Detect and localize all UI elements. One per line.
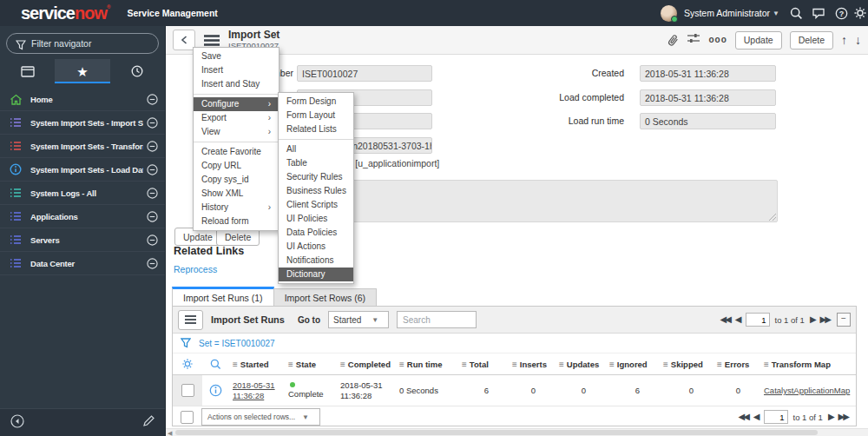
- menu-item-show-xml[interactable]: Show XML: [194, 187, 279, 201]
- row-transform-map-link[interactable]: CatalystApplicationMap: [760, 375, 856, 406]
- menu-item-create-favorite[interactable]: Create Favorite: [194, 145, 279, 159]
- breadcrumb-filter-text[interactable]: Set = ISET0010027: [199, 339, 275, 348]
- next-record-icon[interactable]: ↓: [855, 34, 861, 46]
- last-page-icon[interactable]: ▶▶: [820, 315, 830, 324]
- submenu-item-related-lists[interactable]: Related Lists: [279, 122, 353, 136]
- tab-favorites[interactable]: ★: [55, 59, 109, 83]
- sidebar-item-transform-maps[interactable]: System Import Sets - Transform...: [0, 135, 165, 158]
- created-field[interactable]: 2018-05-31 11:36:28: [640, 65, 776, 82]
- previous-record-icon[interactable]: ↑: [841, 34, 847, 46]
- column-header-transform-map[interactable]: ≡Transform Map: [760, 360, 856, 369]
- page-number-input[interactable]: [764, 410, 788, 424]
- submenu-item-all[interactable]: All: [279, 142, 353, 156]
- column-header-started[interactable]: ≡Started: [228, 360, 284, 369]
- row-info-icon[interactable]: [202, 375, 228, 406]
- sidebar-item-load-data[interactable]: System Import Sets - Load Data: [0, 158, 165, 182]
- row-started-link[interactable]: 2018-05-3111:36:28: [228, 375, 284, 406]
- submenu-item-dictionary[interactable]: Dictionary: [279, 268, 353, 281]
- global-search-icon[interactable]: [785, 7, 807, 20]
- remove-favorite-icon[interactable]: [147, 258, 158, 269]
- tab-import-set-runs[interactable]: Import Set Runs (1): [172, 287, 274, 307]
- next-page-icon[interactable]: ▶: [828, 413, 833, 421]
- menu-item-insert[interactable]: Insert: [194, 63, 279, 77]
- message-textarea[interactable]: [297, 180, 778, 222]
- user-menu-caret-icon[interactable]: ▼: [773, 10, 779, 17]
- menu-item-reload-form[interactable]: Reload form: [194, 215, 279, 228]
- sidebar-item-data-center[interactable]: Data Center: [0, 252, 165, 275]
- column-header-state[interactable]: ≡State: [284, 360, 336, 369]
- menu-item-copy-url[interactable]: Copy URL: [194, 159, 279, 173]
- remove-favorite-icon[interactable]: [147, 141, 158, 152]
- last-page-icon[interactable]: ▶▶: [838, 413, 848, 421]
- column-header-updates[interactable]: ≡Updates: [555, 360, 605, 369]
- submenu-item-business-rules[interactable]: Business Rules: [279, 184, 353, 198]
- number-field[interactable]: ISET0010027: [297, 65, 432, 82]
- column-header-total[interactable]: ≡Total: [457, 360, 508, 369]
- submenu-item-form-design[interactable]: Form Design: [279, 95, 353, 109]
- submenu-item-security-rules[interactable]: Security Rules: [279, 170, 353, 184]
- menu-item-view[interactable]: View›: [194, 125, 279, 139]
- minimize-list-icon[interactable]: −: [837, 313, 851, 327]
- collapse-navigator-icon[interactable]: [10, 414, 24, 432]
- column-header-errors[interactable]: ≡Errors: [713, 360, 760, 369]
- previous-page-icon[interactable]: ◀: [753, 413, 759, 421]
- form-context-menu-icon[interactable]: [204, 35, 220, 46]
- list-settings-gear-icon[interactable]: [173, 358, 202, 370]
- user-avatar[interactable]: [661, 5, 677, 22]
- help-icon[interactable]: ?: [830, 7, 852, 20]
- horizontal-scrollbar[interactable]: ◀: [166, 428, 868, 436]
- update-button[interactable]: Update: [735, 31, 782, 50]
- remove-favorite-icon[interactable]: [147, 235, 158, 246]
- list-search-input[interactable]: [397, 311, 477, 328]
- reprocess-link[interactable]: Reprocess: [174, 264, 217, 274]
- remove-favorite-icon[interactable]: [147, 94, 158, 105]
- tab-import-set-rows[interactable]: Import Set Rows (6): [274, 288, 377, 307]
- row-checkbox[interactable]: [181, 384, 194, 397]
- submenu-item-ui-policies[interactable]: UI Policies: [279, 212, 353, 226]
- column-header-ignored[interactable]: ≡Ignored: [605, 360, 659, 369]
- previous-page-icon[interactable]: ◀: [735, 315, 740, 324]
- submenu-item-form-layout[interactable]: Form Layout: [279, 109, 353, 122]
- remove-favorite-icon[interactable]: [147, 188, 158, 199]
- remove-favorite-icon[interactable]: [147, 117, 158, 129]
- edit-favorites-pencil-icon[interactable]: [142, 415, 155, 431]
- submenu-item-ui-actions[interactable]: UI Actions: [279, 240, 353, 254]
- menu-item-history[interactable]: History›: [194, 201, 279, 215]
- user-menu[interactable]: System Administrator: [684, 8, 770, 18]
- page-number-input[interactable]: [746, 313, 770, 327]
- submenu-item-data-policies[interactable]: Data Policies: [279, 226, 353, 240]
- remove-favorite-icon[interactable]: [147, 164, 158, 175]
- tab-history[interactable]: [110, 59, 165, 83]
- column-header-run-time[interactable]: ≡Run time: [395, 360, 457, 369]
- select-all-checkbox[interactable]: [181, 411, 194, 424]
- next-page-icon[interactable]: ▶: [810, 315, 815, 324]
- tab-all-applications[interactable]: [0, 59, 55, 83]
- submenu-item-client-scripts[interactable]: Client Scripts: [279, 198, 353, 212]
- column-search-icon[interactable]: [202, 359, 228, 370]
- list-context-menu-icon[interactable]: [178, 310, 203, 330]
- column-header-completed[interactable]: ≡Completed: [336, 360, 395, 369]
- delete-button[interactable]: Delete: [790, 31, 833, 50]
- sidebar-item-applications[interactable]: Applications: [0, 205, 165, 228]
- menu-item-copy-sys-id[interactable]: Copy sys_id: [194, 173, 279, 187]
- goto-column-select[interactable]: Started ▼: [328, 311, 389, 328]
- scroll-left-icon[interactable]: ◀: [168, 430, 172, 436]
- menu-item-save[interactable]: Save: [194, 50, 279, 63]
- first-page-icon[interactable]: ◀◀: [738, 413, 747, 421]
- sidebar-item-home[interactable]: Home: [0, 88, 165, 111]
- settings-gear-icon[interactable]: [852, 6, 868, 20]
- breadcrumb-funnel-icon[interactable]: [181, 338, 191, 348]
- sidebar-item-import-sets[interactable]: System Import Sets - Import Sets: [0, 111, 165, 135]
- connect-chat-icon[interactable]: [807, 7, 830, 19]
- remove-favorite-icon[interactable]: [147, 211, 158, 222]
- first-page-icon[interactable]: ◀◀: [720, 315, 729, 324]
- sidebar-item-system-logs[interactable]: System Logs - All: [0, 182, 165, 205]
- attachment-paperclip-icon[interactable]: [665, 31, 681, 49]
- sidebar-item-servers[interactable]: Servers: [0, 228, 165, 252]
- more-options-icon[interactable]: ooo: [708, 36, 727, 44]
- filter-navigator-input[interactable]: [6, 33, 159, 54]
- personalize-form-sliders-icon[interactable]: [687, 32, 700, 48]
- actions-on-selected-rows-select[interactable]: Actions on selected rows... ▼: [201, 408, 320, 426]
- scrollbar-thumb[interactable]: [175, 430, 818, 435]
- menu-item-configure[interactable]: Configure›: [194, 97, 279, 111]
